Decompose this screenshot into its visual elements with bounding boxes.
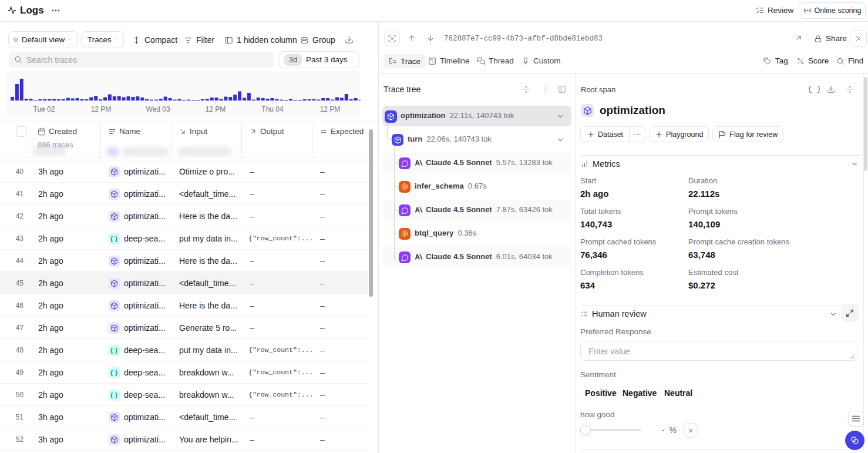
svg-text:12 PM: 12 PM xyxy=(320,105,341,113)
svg-text:12 PM: 12 PM xyxy=(91,105,112,113)
svg-text:Tue 02: Tue 02 xyxy=(33,105,55,113)
svg-text:Thu 04: Thu 04 xyxy=(261,105,284,113)
svg-text:Wed 03: Wed 03 xyxy=(146,105,170,113)
svg-text:12 PM: 12 PM xyxy=(206,105,226,113)
